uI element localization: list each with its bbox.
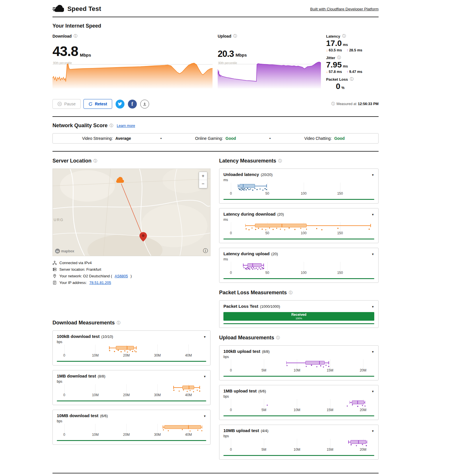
server-detail-text: ) (130, 274, 132, 278)
quality-item-label: Online Gaming: (195, 136, 224, 141)
chevron-down-icon[interactable]: ▼ (203, 335, 206, 338)
upload-10mb-panel: 10MB upload test(4/4)▼bps05M10M15M20M (219, 425, 379, 460)
data-point (351, 444, 352, 445)
unloaded-latency-title: Unloaded latency (223, 172, 259, 177)
server-info-icon[interactable]: ⓘ (93, 158, 97, 164)
chevron-down-icon[interactable]: ▼ (371, 390, 374, 393)
axis-tick-label: 0 (63, 393, 65, 397)
latency-during-upload-count: (20) (271, 252, 278, 256)
download-100kb-unit-label: bps (57, 340, 210, 344)
packet-loss-info-icon[interactable]: ⓘ (350, 77, 354, 82)
data-point (246, 268, 247, 269)
server-detail-link[interactable]: AS6805 (115, 274, 128, 278)
zoom-out-button[interactable]: − (199, 180, 207, 188)
map-info-button[interactable]: ⓘ (203, 247, 208, 254)
quality-item-value: Average (115, 136, 131, 141)
quality-item-value: Good (225, 136, 236, 141)
document-icon (52, 280, 57, 285)
axis-tick-label: 20M (123, 353, 130, 357)
latency-during-upload-header: Latency during upload(20)▼ (219, 248, 378, 256)
network-quality-section: Network Quality Score ⓘ Learn more Video… (52, 117, 379, 151)
boxplot-box (305, 361, 325, 365)
upload-10mb-unit-label: bps (223, 434, 378, 438)
download-1mb-title: 1MB download test (57, 374, 96, 378)
chevron-down-icon[interactable]: ▼ (371, 429, 374, 433)
unloaded-latency-axis: 050100150 (231, 191, 374, 196)
quality-item-0: Video Streaming: Average (53, 136, 160, 141)
data-point (249, 229, 250, 230)
data-point (118, 350, 119, 351)
quality-info-icon[interactable]: ⓘ (110, 123, 113, 128)
chevron-down-icon[interactable]: ▼ (203, 415, 206, 418)
mapbox-attribution[interactable]: m mapbox (55, 249, 74, 254)
upload-label: Upload (218, 34, 231, 38)
download-10mb-panel: 10MB download test(6/6)▼bps010M20M30M40M (52, 410, 211, 445)
boxplot-whisker-cap (200, 386, 200, 389)
upload-info-icon[interactable]: ⓘ (233, 34, 237, 39)
latency-info-icon[interactable]: ⓘ (342, 34, 346, 39)
map-canvas[interactable]: URG + − m mapbox ⓘ (52, 169, 211, 256)
quality-item-label: Video Chatting: (304, 136, 333, 141)
data-point (316, 366, 317, 367)
data-point (190, 390, 191, 391)
jitter-info-icon[interactable]: ⓘ (337, 55, 341, 60)
download-measurements-info-icon[interactable]: ⓘ (117, 320, 120, 326)
chevron-down-icon[interactable]: ▼ (371, 213, 374, 216)
latency-label: Latency (326, 34, 340, 38)
boxplot-whisker-cap (263, 264, 264, 267)
chevron-down-icon[interactable]: ▼ (371, 350, 374, 353)
data-point (254, 268, 256, 269)
pause-button[interactable]: Pause (52, 99, 81, 109)
jitter-upload-value: ↑9.47 ms (346, 70, 362, 74)
data-point (320, 365, 321, 366)
chevron-down-icon[interactable]: ▼ (371, 305, 374, 308)
axis-gridline (231, 183, 231, 192)
data-point (357, 406, 358, 407)
data-point (132, 351, 133, 352)
upload-10mb-axis: 05M10M15M20M (231, 448, 374, 452)
download-results-button[interactable] (140, 100, 149, 109)
data-point (260, 268, 261, 270)
data-point (240, 188, 241, 189)
latency-measurements-info-icon[interactable]: ⓘ (278, 158, 282, 164)
download-info-icon[interactable]: ⓘ (74, 34, 77, 39)
axis-gridline (188, 345, 189, 354)
chevron-down-icon[interactable]: ▼ (203, 375, 206, 378)
platform-link[interactable]: Built with Cloudflare Developer Platform (310, 7, 379, 11)
twitter-share-button[interactable] (116, 100, 124, 109)
download-value: 43.8 (52, 44, 78, 58)
boxplot-whisker-cap (371, 224, 371, 227)
boxplot-whisker-cap (348, 440, 349, 444)
clock-icon: ⓘ (331, 101, 335, 107)
progress-underline (223, 323, 374, 324)
packet-loss-measurements-info-icon[interactable]: ⓘ (289, 290, 293, 295)
download-chart: 90th percentile (52, 61, 213, 88)
download-10mb-count: (6/6) (100, 414, 108, 418)
quality-item-2: Video Chatting: Good (271, 136, 378, 141)
data-point (287, 365, 288, 366)
axis-gridline (231, 399, 231, 408)
axis-tick-label: 50 (265, 271, 269, 275)
axis-tick-label: 10M (294, 408, 300, 412)
learn-more-link[interactable]: Learn more (117, 124, 135, 128)
upload-10mb-plot (231, 438, 374, 447)
upload-measurements-info-icon[interactable]: ⓘ (276, 335, 280, 340)
zoom-in-button[interactable]: + (199, 172, 207, 180)
measured-time: 12:56:33 PM (358, 102, 379, 106)
server-detail-link[interactable]: 78.51.81.205 (89, 280, 111, 285)
twitter-icon (118, 102, 122, 107)
data-point (255, 229, 256, 230)
packet-loss-received-bar: Received 100% (223, 312, 374, 321)
data-point (201, 430, 202, 431)
latency-during-download-title: Latency during download (223, 212, 276, 216)
chevron-down-icon[interactable]: ▼ (371, 173, 374, 177)
axis-gridline (330, 359, 330, 369)
chevron-down-icon[interactable]: ▼ (371, 253, 374, 256)
unloaded-latency-plot (231, 182, 374, 191)
data-point (347, 405, 348, 407)
axis-gridline (231, 359, 231, 369)
download-unit: Mbps (80, 53, 91, 58)
facebook-share-button[interactable]: f (128, 100, 137, 109)
retest-button[interactable]: Retest (83, 99, 112, 109)
boxplot-median (243, 184, 243, 188)
